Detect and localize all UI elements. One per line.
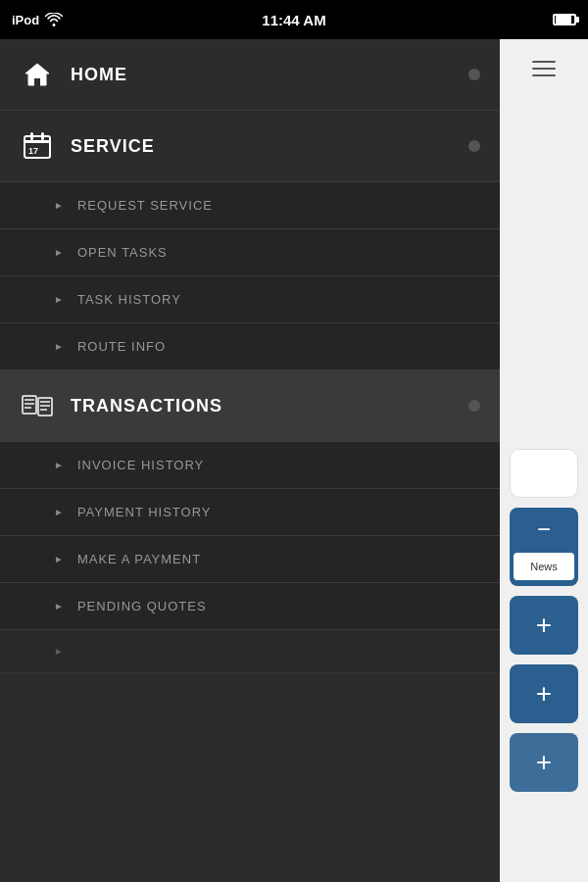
arrow-icon: ► (54, 200, 64, 211)
main-content: HOME 17 SERVICE ► REQUEST SERVICE (0, 39, 588, 882)
search-box[interactable] (510, 449, 578, 498)
home-section-header[interactable]: HOME (0, 39, 500, 111)
arrow-icon: ► (54, 601, 64, 612)
status-time: 11:44 AM (262, 12, 325, 28)
wifi-icon (45, 13, 63, 26)
home-icon (20, 57, 55, 92)
make-payment-label: MAKE A PAYMENT (77, 552, 201, 566)
make-payment-item[interactable]: ► MAKE A PAYMENT (0, 536, 500, 583)
svg-rect-3 (30, 132, 33, 140)
svg-rect-9 (24, 407, 31, 409)
service-section-dot (468, 140, 480, 152)
hamburger-line-1 (532, 61, 556, 63)
more-item[interactable]: ► (0, 630, 500, 673)
svg-rect-2 (24, 140, 50, 143)
arrow-icon: ► (54, 247, 64, 258)
service-section-header[interactable]: 17 SERVICE (0, 111, 500, 182)
battery-fill (556, 16, 571, 24)
plus-icon-2: + (536, 680, 552, 708)
open-tasks-label: OPEN TASKS (77, 245, 168, 260)
task-history-item[interactable]: ► TASK HISTORY (0, 276, 500, 323)
open-tasks-item[interactable]: ► OPEN TASKS (0, 229, 500, 276)
svg-text:17: 17 (28, 146, 38, 156)
svg-rect-7 (24, 399, 34, 401)
payment-history-label: PAYMENT HISTORY (77, 505, 212, 519)
svg-rect-0 (34, 78, 40, 85)
task-history-label: TASK HISTORY (77, 292, 181, 307)
invoice-history-label: INVOICE HISTORY (77, 458, 204, 472)
plus-icon-1: + (536, 612, 552, 639)
home-section-title: HOME (71, 65, 468, 85)
arrow-icon: ► (54, 460, 64, 470)
add-button-3[interactable]: + (510, 733, 578, 792)
route-info-label: ROUTE INFO (77, 339, 166, 354)
transactions-section-title: TRANSACTIONS (71, 396, 468, 416)
device-name: iPod (12, 13, 39, 27)
pending-quotes-label: PENDING QUOTES (77, 599, 207, 613)
service-section-title: SERVICE (71, 136, 468, 157)
svg-rect-11 (40, 401, 50, 403)
arrow-icon: ► (54, 646, 64, 657)
svg-rect-4 (41, 132, 44, 140)
arrow-icon: ► (54, 554, 64, 564)
svg-rect-12 (40, 405, 50, 407)
battery-icon (553, 14, 576, 25)
hamburger-line-2 (532, 68, 556, 70)
hamburger-line-3 (532, 74, 556, 76)
nav-panel: HOME 17 SERVICE ► REQUEST SERVICE (0, 39, 500, 882)
new-text-box: News (514, 553, 574, 580)
status-right (553, 14, 576, 25)
home-section-dot (468, 69, 480, 80)
svg-rect-13 (40, 409, 47, 411)
status-left: iPod (12, 13, 63, 27)
service-icon: 17 (20, 128, 55, 164)
invoice-history-item[interactable]: ► INVOICE HISTORY (0, 442, 500, 489)
transactions-section-header[interactable]: TRANSACTIONS (0, 370, 500, 442)
request-service-label: REQUEST SERVICE (77, 198, 213, 213)
status-bar: iPod 11:44 AM (0, 0, 588, 39)
add-button-1[interactable]: + (510, 596, 578, 655)
arrow-icon: ► (54, 507, 64, 517)
new-button[interactable]: − News (510, 508, 578, 586)
arrow-icon: ► (54, 341, 64, 352)
svg-rect-8 (24, 403, 34, 405)
add-button-2[interactable]: + (510, 664, 578, 723)
transactions-section-dot (468, 400, 480, 412)
minus-icon: − (537, 515, 551, 543)
plus-icon-3: + (536, 749, 552, 776)
new-text: News (530, 561, 558, 572)
request-service-item[interactable]: ► REQUEST SERVICE (0, 182, 500, 229)
transactions-icon (20, 388, 55, 423)
arrow-icon: ► (54, 294, 64, 305)
pending-quotes-item[interactable]: ► PENDING QUOTES (0, 583, 500, 630)
route-info-item[interactable]: ► ROUTE INFO (0, 323, 500, 370)
payment-history-item[interactable]: ► PAYMENT HISTORY (0, 489, 500, 536)
right-panel: − News + + + (500, 39, 588, 882)
hamburger-button[interactable] (519, 49, 568, 88)
